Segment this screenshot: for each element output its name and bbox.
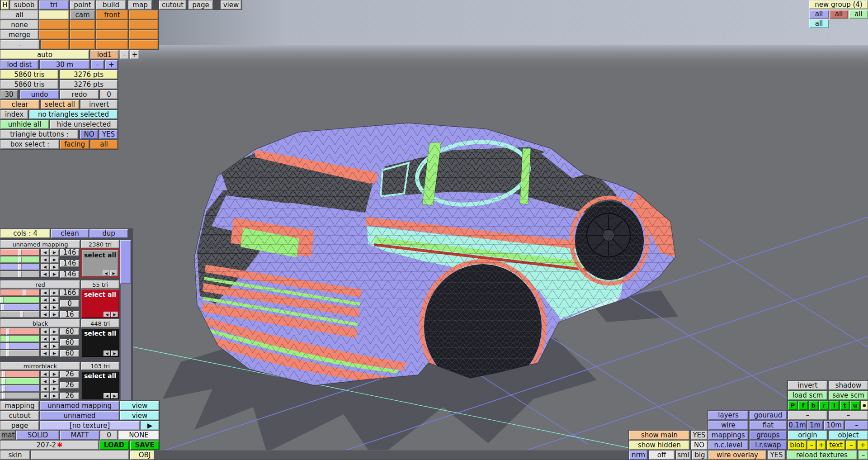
- load-scm-button[interactable]: load scm: [788, 391, 827, 400]
- wire-overlay-button[interactable]: wire overlay: [708, 451, 766, 460]
- subobject-cell[interactable]: [70, 20, 95, 29]
- lod-dist-minus-button[interactable]: –: [91, 60, 104, 69]
- subobject-cell[interactable]: [39, 20, 69, 29]
- subobject-cell[interactable]: [96, 30, 128, 39]
- slider-handle[interactable]: [23, 289, 26, 296]
- slider-handle[interactable]: [1, 304, 5, 310]
- material-select-all-button[interactable]: select all ◀ ▶: [81, 371, 119, 399]
- view-top-button[interactable]: t: [840, 401, 849, 410]
- lrswap-button[interactable]: l.r.swap: [750, 441, 787, 450]
- wire-button[interactable]: wire: [708, 421, 748, 430]
- subobject-cell[interactable]: [39, 30, 69, 39]
- next-material-icon[interactable]: ▶: [111, 393, 118, 398]
- box-select-facing[interactable]: facing: [60, 140, 89, 149]
- slider-right-arrow[interactable]: ▶: [50, 385, 59, 392]
- slider-right-arrow[interactable]: ▶: [50, 343, 59, 349]
- slider-left-arrow[interactable]: ◀: [41, 393, 49, 399]
- lod-dist-plus-button[interactable]: +: [105, 60, 118, 69]
- next-material-icon[interactable]: ▶: [110, 270, 117, 276]
- subobject-cell[interactable]: [129, 10, 158, 19]
- view-front-button[interactable]: f: [798, 401, 808, 410]
- red-slider[interactable]: [0, 328, 39, 335]
- save-scm-button[interactable]: save scm: [829, 391, 868, 400]
- group-all-red-button[interactable]: all: [830, 10, 848, 19]
- mapping-value[interactable]: unnamed mapping: [40, 401, 119, 410]
- load-button[interactable]: LOAD: [99, 441, 129, 450]
- dash-button[interactable]: –: [788, 411, 827, 420]
- slider-left-arrow[interactable]: ◀: [41, 378, 49, 384]
- brightness-slider[interactable]: [0, 350, 39, 356]
- brightness-slider[interactable]: [0, 311, 39, 318]
- dash-button[interactable]: –: [829, 411, 868, 420]
- brightness-slider[interactable]: [0, 393, 39, 399]
- blue-slider[interactable]: [0, 304, 39, 310]
- auto-lod-button[interactable]: auto: [0, 50, 89, 59]
- view-perspective-button[interactable]: P: [788, 401, 797, 410]
- lod-plus-button[interactable]: +: [130, 50, 139, 59]
- slider-left-arrow[interactable]: ◀: [41, 264, 49, 270]
- prev-material-icon[interactable]: ◀: [104, 393, 110, 398]
- camera-cell[interactable]: cam: [70, 10, 95, 19]
- slider-right-arrow[interactable]: ▶: [50, 393, 59, 399]
- undo-button[interactable]: undo: [20, 90, 59, 99]
- view-back-button[interactable]: b: [809, 401, 818, 410]
- subobject-cell[interactable]: [96, 20, 128, 29]
- mapping-view-button[interactable]: view: [120, 401, 159, 410]
- triangle-buttons-no[interactable]: NO: [80, 130, 98, 139]
- next-material-icon[interactable]: ▶: [111, 312, 118, 317]
- slider-right-arrow[interactable]: ▶: [50, 328, 59, 335]
- slider-right-arrow[interactable]: ▶: [50, 378, 59, 384]
- cols-count[interactable]: cols : 4: [0, 229, 50, 238]
- slider-handle[interactable]: [2, 385, 6, 392]
- save-button[interactable]: SAVE: [130, 441, 159, 450]
- slider-handle[interactable]: [18, 271, 22, 277]
- slider-handle[interactable]: [2, 378, 6, 384]
- slider-handle[interactable]: [6, 343, 10, 349]
- text-minus-button[interactable]: –: [846, 441, 856, 450]
- green-slider[interactable]: [0, 336, 39, 342]
- group-all-cyan-button[interactable]: all: [809, 19, 829, 28]
- skin-label[interactable]: skin: [0, 451, 30, 460]
- lod-dist-value[interactable]: 30 m: [40, 60, 90, 69]
- brightness-slider[interactable]: [0, 271, 39, 277]
- blob-button[interactable]: blob: [788, 441, 807, 450]
- subobject-cell[interactable]: [96, 40, 128, 49]
- origin-button[interactable]: origin: [788, 431, 827, 440]
- menu-cutout-button[interactable]: cutout: [159, 0, 186, 9]
- skin-value[interactable]: [31, 451, 129, 460]
- menu-view-button[interactable]: view: [221, 0, 241, 9]
- slider-left-arrow[interactable]: ◀: [41, 271, 49, 277]
- lod1-button[interactable]: lod1: [90, 50, 118, 59]
- grid-1m-button[interactable]: 1m: [807, 421, 823, 430]
- flat-button[interactable]: flat: [750, 421, 787, 430]
- grid-dash-button[interactable]: –: [845, 421, 868, 430]
- select-all-button[interactable]: select all: [41, 100, 79, 109]
- menu-h-button[interactable]: H: [1, 0, 9, 9]
- group-all-green-button[interactable]: all: [849, 10, 868, 19]
- slider-right-arrow[interactable]: ▶: [50, 297, 59, 303]
- mat-zero-value[interactable]: 0: [100, 431, 118, 440]
- view-under-button[interactable]: u: [850, 401, 860, 410]
- normals-button[interactable]: nrm: [629, 451, 647, 460]
- slider-handle[interactable]: [18, 249, 22, 256]
- grid-10m-button[interactable]: 10m: [824, 421, 844, 430]
- subobject-cell[interactable]: [70, 30, 95, 39]
- blob-plus-button[interactable]: +: [817, 441, 826, 450]
- prev-material-icon[interactable]: ◀: [104, 312, 110, 317]
- red-slider[interactable]: [0, 249, 39, 256]
- reload-dash-button[interactable]: –: [859, 451, 868, 460]
- file-name[interactable]: 207-2✱: [0, 441, 99, 450]
- blue-slider[interactable]: [0, 264, 39, 270]
- subobject-cell-active[interactable]: [39, 10, 69, 19]
- new-group-button[interactable]: new group (4): [809, 0, 868, 9]
- front-cell[interactable]: front: [96, 10, 128, 19]
- next-material-icon[interactable]: ▶: [111, 351, 118, 356]
- view-right-button[interactable]: r: [819, 401, 829, 410]
- material-name[interactable]: black: [0, 319, 80, 327]
- invert-button[interactable]: invert: [788, 381, 827, 390]
- slider-left-arrow[interactable]: ◀: [41, 256, 49, 263]
- red-slider[interactable]: [0, 289, 39, 296]
- green-slider[interactable]: [0, 378, 39, 384]
- normals-off-button[interactable]: off: [649, 451, 675, 460]
- mat-solid-button[interactable]: SOLID: [16, 431, 59, 440]
